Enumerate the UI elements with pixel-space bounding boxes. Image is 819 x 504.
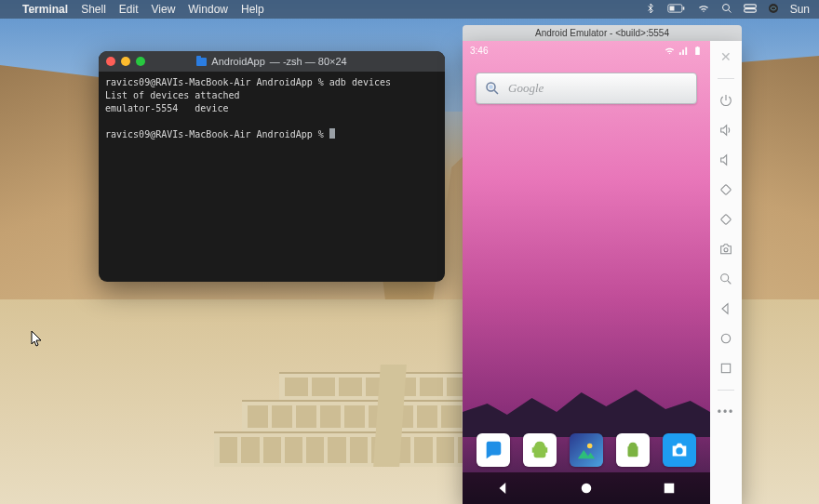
menu-shell[interactable]: Shell [81,3,106,16]
toolbar-home-icon[interactable] [716,328,736,349]
wifi-icon[interactable] [697,3,710,17]
emulator-toolbar: ✕ [710,41,742,504]
statusbar-time: 3:46 [470,46,488,56]
macos-menubar: Terminal Shell Edit View Window Help Sun [0,0,819,19]
more-icon[interactable]: ••• [716,402,736,422]
app-camera[interactable] [663,433,696,467]
nav-recents-button[interactable] [661,480,678,497]
battery-icon [692,46,703,56]
terminal-line: emulator-5554 device [105,103,228,113]
terminal-title-suffix: — -zsh — 80×24 [270,56,347,67]
volume-up-icon[interactable] [716,120,736,140]
siri-icon[interactable] [768,3,779,17]
svg-point-11 [582,484,592,494]
terminal-line: List of devices attached [105,90,240,100]
svg-point-17 [721,334,730,342]
svg-rect-4 [744,4,756,7]
power-icon[interactable] [716,90,736,111]
svg-rect-12 [664,484,674,494]
terminal-line: ravics09@RAVIs-MacBook-Air AndroidApp % … [105,77,391,87]
google-search-widget[interactable]: Google [476,73,697,104]
rotate-left-icon[interactable] [716,179,736,200]
svg-point-9 [587,444,593,449]
app-android[interactable] [616,433,650,467]
wifi-icon [665,46,675,56]
menu-edit[interactable]: Edit [119,3,139,16]
android-navbar [463,472,710,504]
toolbar-back-icon[interactable] [716,298,736,319]
svg-rect-5 [744,8,756,11]
svg-rect-2 [669,7,674,11]
nav-back-button[interactable] [495,480,512,497]
android-dock [463,430,710,471]
mouse-cursor [31,330,44,347]
search-icon [484,80,501,97]
emulator-device-screen[interactable]: 3:46 Google [463,41,710,504]
search-placeholder: Google [508,81,544,96]
zoom-icon[interactable] [716,269,736,289]
menubar-clock[interactable]: Sun [790,3,810,16]
svg-rect-18 [721,364,730,372]
toolbar-overview-icon[interactable] [716,358,736,378]
rotate-right-icon[interactable] [716,209,736,230]
control-center-icon[interactable] [744,3,757,17]
terminal-cursor [329,128,335,139]
svg-point-3 [722,4,729,10]
svg-rect-1 [682,7,684,9]
svg-point-10 [676,447,682,454]
terminal-titlebar[interactable]: AndroidApp — -zsh — 80×24 [99,51,445,72]
menu-view[interactable]: View [152,3,176,16]
search-icon[interactable] [721,3,732,17]
emulator-window: Android Emulator - <build>:5554 3:46 Goo… [463,25,742,504]
svg-rect-14 [720,214,731,224]
svg-point-6 [769,4,778,13]
emulator-window-title[interactable]: Android Emulator - <build>:5554 [463,25,742,41]
terminal-body[interactable]: ravics09@RAVIs-MacBook-Air AndroidApp % … [99,72,445,282]
folder-icon [196,58,207,66]
volume-down-icon[interactable] [716,150,736,170]
terminal-title-folder: AndroidApp [211,56,265,67]
nav-home-button[interactable] [578,480,595,497]
signal-icon [678,46,689,56]
bluetooth-icon[interactable] [645,3,656,17]
svg-point-8 [489,85,493,89]
menu-window[interactable]: Window [188,3,228,16]
app-menu[interactable]: Terminal [22,3,68,16]
app-gallery[interactable] [570,433,603,467]
svg-rect-13 [720,184,731,194]
app-messages[interactable] [477,433,510,467]
app-android-sdk[interactable] [523,433,557,467]
svg-point-15 [724,248,728,252]
terminal-prompt: ravics09@RAVIs-MacBook-Air AndroidApp % [105,129,329,139]
menu-help[interactable]: Help [241,3,264,16]
battery-icon[interactable] [667,3,686,16]
camera-icon[interactable] [716,239,736,259]
android-statusbar: 3:46 [463,41,710,60]
svg-point-16 [721,274,729,282]
close-icon[interactable]: ✕ [716,46,736,67]
terminal-window: AndroidApp — -zsh — 80×24 ravics09@RAVIs… [99,51,445,282]
